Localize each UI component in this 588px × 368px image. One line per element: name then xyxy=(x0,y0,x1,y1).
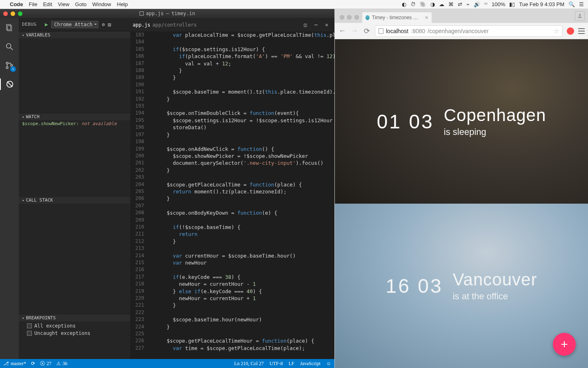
editor-tab[interactable]: app.js app/controllers xyxy=(133,22,197,28)
minimize-window-button[interactable] xyxy=(347,15,352,20)
section-variables-body xyxy=(19,38,130,113)
city-name: Vancouver xyxy=(453,270,537,289)
checkbox-icon[interactable] xyxy=(27,331,32,336)
city-panel[interactable]: 01 03 Copenhagen is sleeping xyxy=(335,39,588,204)
source-control-icon[interactable]: 1 xyxy=(4,60,15,71)
section-variables-header[interactable]: ▾VARIABLES xyxy=(19,31,130,38)
sync-icon: ⟳ xyxy=(31,361,35,367)
menubar-item-goto[interactable]: Goto xyxy=(75,1,87,7)
debug-icon[interactable] xyxy=(0,79,19,90)
menubar-icon[interactable]: ☁ xyxy=(439,1,444,7)
explorer-icon[interactable] xyxy=(4,22,15,34)
minimize-window-button[interactable] xyxy=(11,11,15,16)
status-errors[interactable]: ⓧ27 xyxy=(40,360,51,367)
favicon-icon xyxy=(365,15,370,20)
status-cursor-position[interactable]: Ln 210, Col 27 xyxy=(234,361,264,367)
tab-filename: app.js xyxy=(133,22,150,28)
menubar-datetime[interactable]: Tue Feb 9 4:03 PM xyxy=(519,1,564,7)
macos-menubar: Code File Edit View Goto Window Help ◐ ⏱… xyxy=(0,0,588,9)
nav-reload-button[interactable]: ⟳ xyxy=(363,27,371,36)
bookmark-star-icon[interactable]: ☆ xyxy=(554,27,559,35)
menubar-icon[interactable]: 🐘 xyxy=(420,1,426,7)
menubar-item-help[interactable]: Help xyxy=(117,1,128,7)
section-breakpoints-body: All exceptions Uncaught exceptions xyxy=(19,321,130,359)
address-bar[interactable]: localhost:8080/copenhagen/vancouver ☆ xyxy=(375,25,563,37)
debug-start-button[interactable]: ▶ xyxy=(45,21,48,27)
add-city-button[interactable]: + xyxy=(553,333,576,356)
menubar-item-view[interactable]: View xyxy=(58,1,69,7)
search-icon[interactable] xyxy=(4,41,15,52)
svg-point-5 xyxy=(6,67,8,69)
status-language[interactable]: JavaScript xyxy=(300,361,321,367)
url-path: /copenhagen/vancouver xyxy=(428,28,488,34)
menubar-app-name[interactable]: Code xyxy=(10,1,23,7)
chrome-menu-icon[interactable] xyxy=(578,28,585,34)
browser-tab[interactable]: Timey - timezones with a h ✕ xyxy=(362,12,432,23)
site-info-icon[interactable] xyxy=(379,28,383,34)
code-editor[interactable]: 183 184 185 186 187 188 189 190 191 192 … xyxy=(130,31,334,359)
bluetooth-icon[interactable]: ⌁ xyxy=(466,1,470,7)
debug-title: DEBUG xyxy=(22,22,37,27)
timey-app: 01 03 Copenhagen is sleeping 16 03 Vanco… xyxy=(335,39,588,368)
status-branch[interactable]: ⎇master* xyxy=(3,361,26,367)
title-filename: app.js xyxy=(146,11,163,16)
volume-icon[interactable]: 🔊 xyxy=(474,1,480,7)
status-sync[interactable]: ⟳ xyxy=(31,361,35,367)
debug-settings-icon[interactable]: ⚙ xyxy=(102,22,105,27)
menubar-item-edit[interactable]: Edit xyxy=(43,1,52,7)
feedback-icon[interactable]: ☺ xyxy=(326,361,331,367)
window-traffic-lights xyxy=(3,11,22,16)
menubar-item-window[interactable]: Window xyxy=(92,1,111,7)
menubar-item-file[interactable]: File xyxy=(29,1,38,7)
svg-rect-1 xyxy=(7,26,11,31)
svg-line-3 xyxy=(11,48,13,50)
profile-avatar[interactable] xyxy=(575,11,585,21)
section-breakpoints-header[interactable]: ▾BREAKPOINTS xyxy=(19,314,130,321)
notification-center-icon[interactable]: ☰ xyxy=(579,1,584,7)
vscode-window: app.js — timey.in 1 DEBUG ▶ Chrome Attac… xyxy=(0,9,334,368)
watch-expression[interactable]: $scope.showNewPicker: xyxy=(22,121,79,126)
section-watch-header[interactable]: ▾WATCH xyxy=(19,113,130,120)
menubar-icon[interactable]: ◑ xyxy=(430,1,435,7)
menubar-icon[interactable]: ◐ xyxy=(402,1,406,7)
line-number-gutter: 183 184 185 186 187 188 189 190 191 192 … xyxy=(130,31,148,359)
menubar-icon[interactable]: ⏱ xyxy=(410,1,416,7)
watch-value: not available xyxy=(82,121,117,126)
city-name: Copenhagen xyxy=(444,105,546,125)
fullscreen-window-button[interactable] xyxy=(18,11,22,16)
title-separator: — xyxy=(166,11,169,16)
menubar-icon[interactable]: ⌘ xyxy=(448,1,454,7)
checkbox-icon[interactable] xyxy=(27,323,32,328)
breakpoint-row[interactable]: All exceptions xyxy=(22,322,127,330)
git-branch-icon: ⎇ xyxy=(3,361,9,367)
city-panel[interactable]: 16 03 Vancouver is at the office xyxy=(335,204,588,368)
close-window-button[interactable] xyxy=(340,15,344,20)
section-callstack-header[interactable]: ▾CALL STACK xyxy=(19,196,130,204)
nav-back-button[interactable]: ← xyxy=(338,27,346,35)
split-editor-icon[interactable]: ◫ xyxy=(303,22,308,28)
vscode-titlebar[interactable]: app.js — timey.in xyxy=(0,9,334,18)
nav-forward-button[interactable]: → xyxy=(350,27,359,35)
debug-config-select[interactable]: Chrome Attach xyxy=(51,21,98,28)
code-content[interactable]: var placeLocalTime = $scope.getPlaceLoca… xyxy=(148,31,334,359)
chrome-toolbar: ← → ⟳ localhost:8080/copenhagen/vancouve… xyxy=(335,23,588,39)
battery-icon[interactable]: ▮▯ xyxy=(509,1,515,7)
menubar-status-area: ◐ ⏱ 🐘 ◑ ☁ ⌘ ⇄ ⌁ 🔊 ⌔ 100% ▮▯ Tue Feb 9 4:… xyxy=(402,1,584,7)
fullscreen-window-button[interactable] xyxy=(354,15,359,20)
tab-title: Timey - timezones with a h xyxy=(372,15,421,20)
close-tab-icon[interactable]: ✕ xyxy=(425,15,428,20)
status-warnings[interactable]: ⚠36 xyxy=(56,361,67,367)
status-eol[interactable]: LF xyxy=(289,361,294,367)
more-icon[interactable]: ⋯ xyxy=(313,22,319,28)
extension-icon[interactable] xyxy=(567,27,574,35)
breakpoint-row[interactable]: Uncaught exceptions xyxy=(22,330,127,337)
status-encoding[interactable]: UTF-8 xyxy=(270,361,283,367)
svg-point-4 xyxy=(6,62,8,64)
menubar-icon[interactable]: ⇄ xyxy=(458,1,462,7)
battery-percentage[interactable]: 100% xyxy=(492,1,505,7)
spotlight-icon[interactable]: 🔍 xyxy=(568,1,575,7)
wifi-icon[interactable]: ⌔ xyxy=(484,1,488,7)
debug-console-icon[interactable]: ▤ xyxy=(108,22,111,27)
close-window-button[interactable] xyxy=(3,11,8,16)
close-editor-icon[interactable]: ✕ xyxy=(324,22,330,28)
